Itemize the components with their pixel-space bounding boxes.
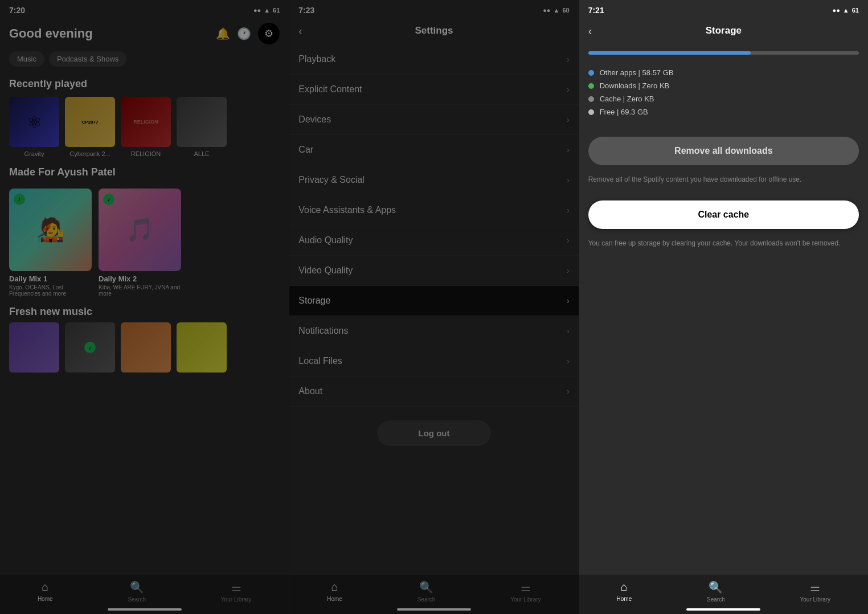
status-bar-settings: 7:23 ●● ▲ 60 [289, 0, 578, 18]
fresh-grid: ♪ [9, 322, 280, 373]
list-item[interactable]: RELIGION RELIGION [121, 97, 171, 157]
nav-search-label-st: Search [707, 596, 725, 603]
settings-button[interactable]: ⚙ [258, 23, 280, 44]
signal-icon-2: ●● [543, 7, 550, 14]
settings-item-storage[interactable]: Storage › [289, 286, 578, 316]
album-art-alle [177, 97, 227, 147]
settings-panel: 7:23 ●● ▲ 60 ‹ Settings Playback › Expli… [289, 0, 578, 614]
settings-item-label: Voice Assistants & Apps [298, 205, 396, 215]
time-storage: 7:21 [588, 6, 604, 15]
storage-bar-fill [588, 51, 751, 55]
settings-item-label: Car [298, 145, 313, 155]
daily-mix-2-sub: Kiba, WE ARE FURY, JVNA and more [99, 284, 181, 297]
clear-cache-button[interactable]: Clear cache [588, 200, 859, 229]
list-item[interactable]: ALLE [177, 97, 227, 157]
settings-item-devices[interactable]: Devices › [289, 105, 578, 135]
storage-panel: 7:21 ●● ▲ 61 ‹ Storage Other apps | 58.5… [579, 0, 868, 614]
filter-tabs: Music Podcasts & Shows [0, 51, 289, 75]
tab-podcasts[interactable]: Podcasts & Shows [49, 51, 126, 67]
settings-item-about[interactable]: About › [289, 376, 578, 407]
remove-downloads-button[interactable]: Remove all downloads [588, 137, 859, 165]
list-item[interactable]: CP2077 Cyberpunk 2... [65, 97, 115, 157]
legend-other-apps: Other apps | 58.57 GB [588, 68, 859, 77]
wifi-icon-2: ▲ [554, 7, 560, 14]
settings-item-playback[interactable]: Playback › [289, 44, 578, 75]
legend-free: Free | 69.3 GB [588, 108, 859, 116]
nav-search-s[interactable]: 🔍 Search [417, 580, 436, 603]
nav-library-s[interactable]: ⚌ Your Library [510, 580, 541, 603]
tab-music[interactable]: Music [9, 51, 44, 67]
settings-item-label: Privacy & Social [298, 175, 365, 185]
spotify-icon: ♪ [14, 194, 25, 205]
legend-text: Free | 69.3 GB [600, 108, 648, 116]
home-icon-st: ⌂ [621, 580, 628, 593]
album-art-cyberpunk: CP2077 [65, 97, 115, 147]
settings-item-label: About [298, 386, 322, 396]
home-indicator-settings [397, 608, 471, 611]
list-item[interactable] [121, 322, 171, 373]
settings-item-label: Notifications [298, 326, 348, 336]
settings-item-video[interactable]: Video Quality › [289, 256, 578, 286]
storage-legend: Other apps | 58.57 GB Downloads | Zero K… [579, 64, 868, 121]
recently-played-grid: ⚛ Gravity CP2077 Cyberpunk 2... RELIGION… [0, 97, 289, 166]
home-icon-s: ⌂ [331, 580, 338, 593]
daily-mix-grid: ♪ 🧑‍🎤 Daily Mix 1 Kygo, OCEANS, Lost Fre… [9, 189, 280, 297]
daily-mix-1-sub: Kygo, OCEANS, Lost Frequencies and more [9, 284, 92, 297]
settings-item-label: Local Files [298, 356, 342, 366]
list-item[interactable]: ⚛ Gravity [9, 97, 59, 157]
back-button[interactable]: ‹ [298, 24, 302, 38]
legend-cache: Cache | Zero KB [588, 95, 859, 103]
daily-mix-1-card[interactable]: ♪ 🧑‍🎤 Daily Mix 1 Kygo, OCEANS, Lost Fre… [9, 189, 92, 297]
nav-home-s[interactable]: ⌂ Home [327, 580, 342, 603]
settings-item-voice[interactable]: Voice Assistants & Apps › [289, 195, 578, 226]
search-icon-st: 🔍 [709, 580, 723, 594]
list-item[interactable] [9, 322, 59, 373]
storage-bar-container [588, 51, 859, 55]
wifi-icon-3: ▲ [843, 7, 849, 14]
nav-search-st[interactable]: 🔍 Search [707, 580, 725, 603]
album-art-gravity: ⚛ [9, 97, 59, 147]
settings-item-privacy[interactable]: Privacy & Social › [289, 165, 578, 195]
status-icons-home: ●● ▲ 61 [253, 7, 280, 14]
clear-cache-desc: You can free up storage by clearing your… [579, 236, 868, 257]
made-for-section: Made For Ayush Patel ♪ 🧑‍🎤 Daily Mix 1 K… [0, 166, 289, 297]
settings-item-explicit[interactable]: Explicit Content › [289, 75, 578, 105]
search-icon-s: 🔍 [419, 580, 433, 594]
chevron-icon: › [567, 175, 570, 185]
settings-item-audio[interactable]: Audio Quality › [289, 226, 578, 256]
list-item[interactable] [177, 322, 227, 373]
back-button-storage[interactable]: ‹ [588, 24, 592, 38]
list-item[interactable]: ♪ [65, 322, 115, 373]
chevron-icon: › [567, 387, 570, 396]
nav-home-st[interactable]: ⌂ Home [617, 580, 632, 603]
legend-text: Downloads | Zero KB [600, 81, 670, 90]
remove-downloads-desc: Remove all of the Spotify content you ha… [579, 172, 868, 194]
storage-title: Storage [706, 25, 742, 36]
nav-home-label-st: Home [617, 596, 632, 602]
settings-item-label: Video Quality [298, 265, 353, 276]
time-home: 7:20 [9, 6, 25, 15]
settings-item-local-files[interactable]: Local Files › [289, 346, 578, 376]
dot-blue [588, 70, 594, 76]
settings-item-car[interactable]: Car › [289, 135, 578, 165]
logout-button[interactable]: Log out [377, 420, 491, 446]
nav-home-label-s: Home [327, 596, 342, 602]
album-label: ALLE [194, 150, 210, 157]
home-icon: ⌂ [42, 580, 48, 593]
settings-item-label: Devices [298, 114, 331, 125]
bell-icon[interactable]: 🔔 [216, 27, 230, 40]
history-icon[interactable]: 🕐 [237, 27, 251, 40]
nav-home-label: Home [38, 596, 53, 602]
nav-library-st[interactable]: ⚌ Your Library [800, 580, 831, 603]
battery-label-2: 60 [562, 7, 569, 14]
settings-item-notifications[interactable]: Notifications › [289, 316, 578, 346]
daily-mix-2-card[interactable]: ♪ 🎵 Daily Mix 2 Kiba, WE ARE FURY, JVNA … [99, 189, 181, 297]
nav-library[interactable]: ⚌ Your Library [221, 580, 252, 603]
chevron-icon: › [567, 145, 570, 154]
nav-search[interactable]: 🔍 Search [128, 580, 146, 603]
nav-home[interactable]: ⌂ Home [38, 580, 53, 603]
settings-list: Playback › Explicit Content › Devices › … [289, 44, 578, 614]
chevron-icon: › [567, 55, 570, 64]
album-label: Cyberpunk 2... [69, 150, 110, 157]
greeting: Good evening [9, 26, 93, 41]
